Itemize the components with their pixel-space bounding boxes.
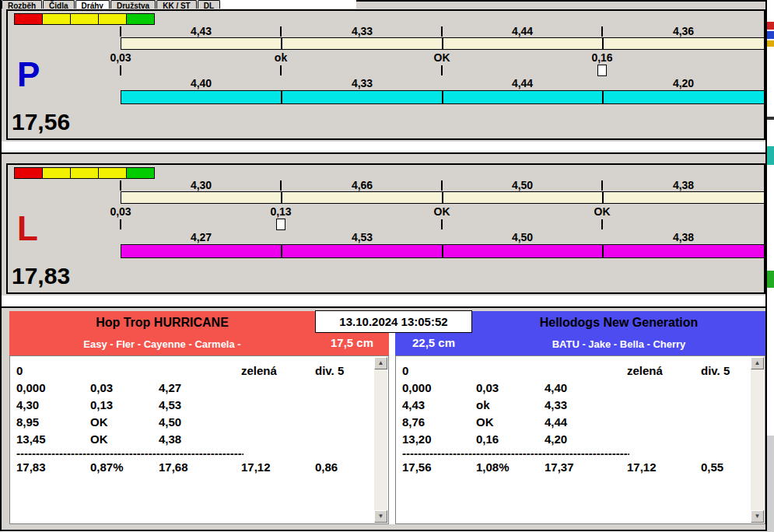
ruler-tick	[120, 219, 121, 229]
lower-split-times-row: 4,40 4,33 4,44 4,20	[8, 77, 764, 89]
cell: 4,38	[159, 431, 241, 448]
bar-divider	[442, 245, 443, 257]
tab-drahy[interactable]: Dráhy	[75, 0, 110, 9]
cell: 4,27	[159, 380, 241, 397]
fault-marker-box	[276, 219, 285, 230]
cell: div. 5	[701, 362, 751, 380]
cell	[315, 380, 374, 397]
results-right-content: 0 zelená div. 5 0,000 0,03 4,40 4,43 ok …	[396, 362, 751, 476]
lane-panel-P: 4,43 4,33 4,44 4,36 0,03 ok OK 0,16 4,40…	[6, 9, 765, 140]
ruler-tick	[441, 180, 443, 191]
team-left-height: 17,5 cm	[315, 336, 389, 349]
results-right-textarea[interactable]: 0 zelená div. 5 0,000 0,03 4,40 4,43 ok …	[395, 355, 765, 524]
cell: ok	[476, 397, 545, 414]
results-left-textarea[interactable]: 0 zelená div. 5 0,000 0,03 4,27 4,30 0,1…	[9, 355, 389, 524]
cell: 17,83	[16, 459, 90, 476]
cell: 4,40	[545, 380, 627, 397]
scroll-down-icon[interactable]: ▼	[751, 510, 764, 523]
gate-status: ok	[250, 51, 312, 64]
cell: OK	[90, 431, 159, 448]
lower-split-times-row: 4,27 4,53 4,50 4,38	[8, 231, 764, 243]
traffic-yellow-box	[42, 167, 71, 179]
cell: 0,03	[476, 380, 545, 397]
totals-row: 17,83 0,87% 17,68 17,12 0,86	[10, 459, 374, 476]
result-row: 4,43 ok 4,33	[396, 397, 751, 414]
totals-row: 17,56 1,08% 17,37 17,12 0,55	[396, 459, 751, 476]
ruler-ticks-row	[8, 219, 764, 230]
gate-status: 0,03	[89, 51, 152, 64]
tab-rozbeh[interactable]: Rozběh	[2, 0, 42, 9]
bar-divider	[442, 38, 443, 49]
split-time: 4,44	[442, 25, 603, 37]
sliver-fragment	[767, 436, 774, 532]
fault-marker-box	[597, 65, 607, 76]
scroll-down-icon[interactable]: ▼	[374, 510, 387, 523]
ruler-tick	[280, 180, 282, 191]
cell: 0,000	[402, 380, 476, 397]
upper-track-bar	[121, 37, 765, 50]
traffic-yellow-box	[42, 13, 71, 25]
bar-divider	[442, 192, 443, 203]
split-time: 4,53	[282, 231, 443, 243]
gate-status-row: 0,03 0,13 OK OK	[8, 205, 764, 218]
bar-divider	[602, 192, 604, 203]
cell: 0,86	[315, 459, 374, 476]
tab-dl[interactable]: DL	[198, 0, 220, 9]
cell: div. 5	[315, 362, 374, 380]
cell	[90, 362, 159, 380]
sliver-fragment	[767, 22, 774, 30]
background-window-sliver	[767, 0, 774, 532]
bar-divider	[281, 192, 282, 203]
lane-progress-bar	[121, 244, 765, 258]
bar-divider	[281, 245, 282, 257]
tab-kk-st[interactable]: KK / ST	[156, 0, 197, 9]
scroll-up-icon[interactable]: ▲	[374, 357, 387, 369]
team-left-name: Hop Trop HURRICANE	[9, 316, 315, 330]
scrollbar[interactable]: ▲ ▼	[751, 357, 764, 523]
scroll-up-icon[interactable]: ▲	[751, 357, 764, 369]
lane-total-time: 17,83	[12, 264, 70, 288]
split-time: 4,33	[282, 25, 443, 37]
result-row: 13,20 0,16 4,20	[396, 431, 751, 448]
scrollbar[interactable]: ▲ ▼	[374, 357, 387, 523]
traffic-red-box	[14, 167, 43, 179]
lane-progress-bar	[121, 90, 765, 104]
separator-strip	[2, 142, 765, 154]
upper-track-bar	[121, 191, 765, 204]
cell: 17,37	[545, 459, 627, 476]
cell: OK	[476, 414, 545, 431]
cell	[627, 397, 701, 414]
split-time: 4,20	[603, 77, 764, 89]
tab-druzstva[interactable]: Družstva	[110, 0, 156, 9]
lane-total-time: 17,56	[12, 110, 70, 134]
split-time: 4,36	[603, 25, 764, 37]
gate-status: 0,13	[250, 205, 312, 218]
dashed-separator: ----------------------------------------…	[396, 448, 629, 459]
cell	[476, 362, 545, 380]
results-section: Hop Trop HURRICANE Easy - Fler - Cayenne…	[6, 310, 765, 528]
cell: 17,56	[402, 459, 476, 476]
cell: 0	[402, 362, 476, 380]
cell	[241, 414, 315, 431]
cell: 0	[16, 362, 90, 380]
dashed-separator: ----------------------------------------…	[10, 448, 243, 459]
cell: 0,16	[476, 431, 545, 448]
traffic-yellow-box	[98, 167, 127, 179]
ruler-tick	[441, 26, 443, 37]
cell	[701, 380, 751, 397]
ruler-ticks-row	[8, 65, 764, 76]
ruler-tick	[120, 65, 121, 75]
ruler-tick	[120, 26, 121, 37]
bar-divider	[281, 38, 282, 49]
cell: 4,20	[545, 431, 627, 448]
tab-cidla[interactable]: Čidla	[43, 0, 74, 9]
cell: 17,68	[159, 459, 241, 476]
result-row: 8,95 OK 4,50	[10, 414, 374, 431]
split-time: 4,30	[121, 179, 282, 191]
cell	[315, 431, 374, 448]
cell	[315, 414, 374, 431]
ruler-tick	[280, 65, 282, 75]
cell	[241, 431, 315, 448]
cell	[627, 431, 701, 448]
bar-divider	[442, 91, 443, 103]
